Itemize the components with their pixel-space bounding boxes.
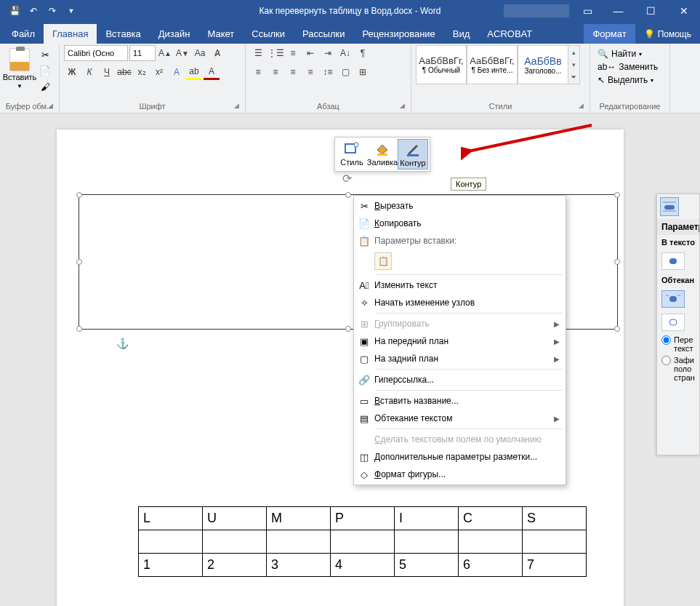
ribbon-display-icon[interactable]: ▭ xyxy=(573,0,602,22)
tab-design[interactable]: Дизайн xyxy=(150,24,199,44)
tab-review[interactable]: Рецензирование xyxy=(353,24,443,44)
undo-icon[interactable]: ↶ xyxy=(25,2,42,20)
strike-button[interactable]: abc xyxy=(116,64,132,80)
italic-button[interactable]: К xyxy=(81,64,97,80)
table-cell[interactable]: 3 xyxy=(267,554,331,577)
text-effects-icon[interactable]: A xyxy=(169,64,185,80)
paste-option-keep-source[interactable]: 📋 xyxy=(374,252,392,270)
table-cell[interactable]: C xyxy=(459,507,523,530)
copy-icon[interactable]: 📄 xyxy=(38,64,52,77)
change-case-icon[interactable]: Aa xyxy=(192,45,208,61)
table-cell[interactable] xyxy=(203,530,267,554)
shape-style-button[interactable]: Стиль xyxy=(337,139,367,170)
resize-handle[interactable] xyxy=(614,192,620,198)
align-right-icon[interactable]: ≡ xyxy=(285,64,301,80)
bullets-icon[interactable]: ☰ xyxy=(250,45,266,61)
decrease-indent-icon[interactable]: ⇤ xyxy=(302,45,318,61)
ctx-edit-points[interactable]: ✧Начать изменение узлов xyxy=(354,294,566,311)
underline-button[interactable]: Ч xyxy=(99,64,115,80)
maximize-icon[interactable]: ☐ xyxy=(635,0,667,22)
ctx-hyperlink[interactable]: 🔗Гиперссылка... xyxy=(354,371,566,388)
help-tell-me[interactable]: 💡Помощь xyxy=(635,25,700,44)
wrap-square[interactable] xyxy=(661,290,685,308)
style-normal[interactable]: АаБбВвГг,¶ Обычный xyxy=(416,45,467,84)
shading-icon[interactable]: ▢ xyxy=(337,64,353,80)
table-cell[interactable] xyxy=(267,530,331,554)
tab-acrobat[interactable]: ACROBAT xyxy=(478,24,541,44)
table-cell[interactable]: M xyxy=(267,507,331,530)
select-button[interactable]: ↖Выделить▾ xyxy=(595,74,661,86)
dialog-launcher-icon[interactable]: ◢ xyxy=(400,102,405,109)
align-left-icon[interactable]: ≡ xyxy=(250,64,266,80)
style-heading1[interactable]: АаБбВвЗаголово... xyxy=(518,45,568,84)
shape-fill-button[interactable]: Заливка xyxy=(367,139,398,170)
numbering-icon[interactable]: ⋮☰ xyxy=(267,45,283,61)
resize-handle[interactable] xyxy=(614,326,620,332)
replace-button[interactable]: ab↔Заменить xyxy=(595,61,661,73)
radio-move-with-text[interactable]: Перетекст xyxy=(657,334,699,354)
dialog-launcher-icon[interactable]: ◢ xyxy=(579,102,584,109)
show-marks-icon[interactable]: ¶ xyxy=(355,45,371,61)
clear-format-icon[interactable]: A̷ xyxy=(209,45,225,61)
table-cell[interactable]: I xyxy=(395,507,459,530)
resize-handle[interactable] xyxy=(345,326,351,332)
style-no-spacing[interactable]: АаБбВвГг,¶ Без инте... xyxy=(467,45,518,84)
ctx-edit-text[interactable]: A⃞Изменить текст xyxy=(354,276,566,294)
line-spacing-icon[interactable]: ↕≡ xyxy=(320,64,336,80)
wrap-inline[interactable] xyxy=(661,252,685,270)
tab-layout[interactable]: Макет xyxy=(198,24,243,44)
resize-handle[interactable] xyxy=(345,192,351,198)
style-scroll[interactable]: ▴▾⏷ xyxy=(568,45,580,84)
highlight-icon[interactable]: ab xyxy=(186,64,202,80)
format-painter-icon[interactable]: 🖌 xyxy=(38,80,52,93)
radio-fix-position[interactable]: Зафиполостран xyxy=(657,354,699,383)
ctx-copy[interactable]: 📄Копировать xyxy=(354,215,566,232)
find-button[interactable]: 🔍Найти▾ xyxy=(595,48,661,60)
multilevel-icon[interactable]: ≡ xyxy=(285,45,301,61)
table-cell[interactable] xyxy=(395,530,459,554)
table-cell[interactable]: 6 xyxy=(459,554,523,577)
font-color-icon[interactable]: A xyxy=(204,64,220,80)
shrink-font-icon[interactable]: A▼ xyxy=(174,45,190,61)
tab-file[interactable]: Файл xyxy=(0,24,44,44)
table-cell[interactable] xyxy=(523,530,587,554)
close-icon[interactable]: ✕ xyxy=(667,0,700,22)
subscript-button[interactable]: x₂ xyxy=(134,64,150,80)
table-cell[interactable]: P xyxy=(331,507,395,530)
dialog-launcher-icon[interactable]: ◢ xyxy=(234,102,239,109)
rotate-handle-icon[interactable]: ⟳ xyxy=(342,172,354,183)
table-cell[interactable] xyxy=(139,530,203,554)
table-cell[interactable]: S xyxy=(523,507,587,530)
grow-font-icon[interactable]: A▲ xyxy=(157,45,173,61)
font-size-input[interactable] xyxy=(129,45,156,61)
justify-icon[interactable]: ≡ xyxy=(302,64,318,80)
borders-icon[interactable]: ⊞ xyxy=(355,64,371,80)
table-cell[interactable]: U xyxy=(203,507,267,530)
resize-handle[interactable] xyxy=(76,259,82,265)
font-name-input[interactable] xyxy=(64,45,128,61)
table-cell[interactable]: 1 xyxy=(139,554,203,577)
cut-icon[interactable]: ✂ xyxy=(38,48,52,61)
save-icon[interactable]: 💾 xyxy=(6,2,23,20)
table-cell[interactable]: 5 xyxy=(395,554,459,577)
ctx-cut[interactable]: ✂Вырезать xyxy=(354,197,566,215)
tab-home[interactable]: Главная xyxy=(44,24,97,44)
resize-handle[interactable] xyxy=(614,259,620,265)
styles-gallery[interactable]: АаБбВвГг,¶ Обычный АаБбВвГг,¶ Без инте..… xyxy=(416,45,580,84)
table-cell[interactable]: 2 xyxy=(203,554,267,577)
table-cell[interactable] xyxy=(331,530,395,554)
tab-insert[interactable]: Вставка xyxy=(97,24,149,44)
redo-icon[interactable]: ↷ xyxy=(44,2,61,20)
ctx-bring-front[interactable]: ▣На передний план▶ xyxy=(354,332,566,350)
superscript-button[interactable]: x² xyxy=(151,64,167,80)
dialog-launcher-icon[interactable]: ◢ xyxy=(48,102,53,109)
table-cell[interactable]: 4 xyxy=(331,554,395,577)
ctx-format-shape[interactable]: ◇Формат фигуры... xyxy=(354,466,566,483)
ctx-insert-caption[interactable]: ▭Вставить название... xyxy=(354,392,566,410)
ctx-more-layout[interactable]: ◫Дополнительные параметры разметки... xyxy=(354,448,566,466)
sort-icon[interactable]: A↓ xyxy=(337,45,353,61)
wrap-through[interactable] xyxy=(661,314,685,331)
tab-references[interactable]: Ссылки xyxy=(243,24,294,44)
paste-button[interactable]: Вставить ▼ xyxy=(4,45,35,89)
table-cell[interactable] xyxy=(459,530,523,554)
